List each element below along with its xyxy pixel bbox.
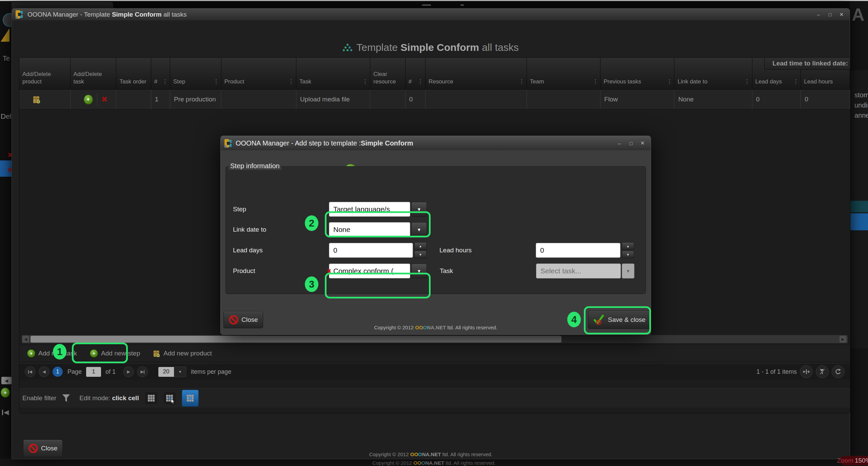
add-new-task-button[interactable]: + Add new task: [27, 349, 77, 357]
column-menu-icon[interactable]: ⋮: [162, 78, 167, 85]
fit-columns-button[interactable]: [800, 365, 813, 378]
current-page-button[interactable]: 1: [53, 367, 63, 377]
column-menu-icon[interactable]: ⋮: [362, 78, 368, 85]
background-copyright: Copyright © 2012 OOONA.NET ltd. All righ…: [0, 460, 868, 466]
plus-icon: +: [27, 349, 35, 357]
zoom-level-badge: Zoom 150%: [840, 456, 868, 465]
column-menu-icon[interactable]: ⋮: [288, 78, 294, 85]
cell-previous-tasks[interactable]: Flow: [600, 90, 674, 109]
column-header-number2[interactable]: #⋮: [406, 58, 426, 89]
highlight-rect-product-dropdown: [325, 273, 431, 298]
cell-link-date-to[interactable]: None: [674, 90, 752, 109]
pencil-icon: [1, 28, 9, 42]
cell-step[interactable]: Pre production: [170, 90, 221, 109]
column-header-clear-resource[interactable]: Clear resource: [370, 58, 405, 89]
add-new-product-button[interactable]: Add new product: [153, 349, 212, 357]
add-task-icon[interactable]: +: [84, 95, 93, 104]
scroll-right-button[interactable]: ▶: [840, 336, 846, 343]
lead-hours-spinner: ▲ ▼: [622, 242, 634, 258]
scrollbar-fragment: ◀: [1, 377, 12, 384]
edit-mode-cell-button[interactable]: [182, 390, 199, 407]
step-label: Step: [233, 206, 329, 213]
lead-days-input[interactable]: 0: [329, 243, 413, 258]
ooona-logo-icon: [15, 10, 23, 19]
horizontal-scrollbar[interactable]: ◀ ▶: [22, 335, 848, 343]
cell-lead-days[interactable]: 0: [752, 90, 801, 109]
dialog-titlebar[interactable]: OOONA Manager - Add step to template :Si…: [221, 136, 651, 150]
first-page-button[interactable]: ◀: [25, 366, 36, 377]
column-header-previous-tasks[interactable]: Previous tasks⋮: [600, 58, 674, 89]
scrollbar-thumb[interactable]: [31, 336, 561, 343]
maximize-button[interactable]: □: [825, 11, 835, 19]
column-header-add-delete-task[interactable]: Add/Delete task: [71, 58, 117, 89]
column-menu-icon[interactable]: ⋮: [519, 78, 524, 85]
delete-task-icon[interactable]: ✖: [101, 95, 108, 104]
spin-down-icon[interactable]: ▼: [414, 251, 427, 258]
column-menu-icon[interactable]: ⋮: [666, 78, 672, 85]
edit-mode-grid-button[interactable]: [145, 392, 157, 404]
page-size-select[interactable]: 20: [158, 367, 174, 377]
column-menu-icon[interactable]: ⋮: [744, 78, 750, 85]
column-header-task-order[interactable]: Task order: [116, 58, 151, 89]
scroll-left-button[interactable]: ◀: [22, 336, 29, 343]
grid-icon: [148, 395, 155, 402]
cell-lead-hours[interactable]: 0: [801, 90, 850, 109]
column-header-step[interactable]: Step⋮: [170, 58, 221, 89]
last-page-button[interactable]: ▶: [137, 366, 148, 377]
column-header-add-delete-product[interactable]: Add/Delete product: [19, 58, 71, 89]
edit-mode-cursor-button[interactable]: [163, 392, 176, 404]
table-row[interactable]: + ✖ 1 Pre production Upload media file 0…: [19, 90, 850, 110]
spin-up-icon[interactable]: ▲: [622, 242, 634, 250]
filter-off-icon: [819, 368, 826, 375]
cell-clear-resource[interactable]: [370, 90, 405, 109]
page-number-input[interactable]: 1: [86, 367, 101, 377]
column-menu-icon[interactable]: ⋮: [592, 78, 598, 85]
background-panel: stom undir anner: [850, 70, 868, 348]
refresh-button[interactable]: [832, 365, 845, 378]
annotation-step-3: 3: [305, 276, 318, 292]
add-step-dialog: OOONA Manager - Add step to template :Si…: [220, 136, 651, 335]
column-header-resource[interactable]: Resource⋮: [426, 58, 527, 89]
spin-up-icon[interactable]: ▲: [414, 242, 427, 250]
column-menu-icon[interactable]: ⋮: [417, 78, 423, 85]
cell-number[interactable]: 1: [151, 90, 170, 109]
group-legend: Step information: [229, 162, 281, 170]
page-size-caret-icon[interactable]: ▼: [174, 367, 186, 377]
column-header-team[interactable]: Team⋮: [527, 58, 600, 89]
lead-hours-input[interactable]: 0: [536, 243, 620, 258]
window-titlebar[interactable]: OOONA Manager - Template Simple Conform …: [12, 8, 850, 20]
grid-icon: [187, 395, 194, 402]
next-page-button[interactable]: ▶: [123, 366, 134, 377]
items-per-page-label: items per page: [191, 368, 231, 375]
enable-filter-label[interactable]: Enable filter: [22, 394, 56, 402]
top-divider-line: [0, 0, 868, 1]
lead-days-label: Lead days: [233, 247, 329, 254]
cell-team[interactable]: [527, 90, 600, 109]
cell-product[interactable]: [221, 90, 296, 109]
cell-task[interactable]: Upload media file: [296, 90, 370, 109]
package-add-icon[interactable]: [33, 95, 41, 104]
minimize-button[interactable]: –: [814, 11, 823, 19]
template-icon: [343, 43, 352, 52]
cell-resource[interactable]: [426, 90, 527, 109]
dialog-maximize-button[interactable]: □: [626, 139, 636, 147]
column-header-task[interactable]: Task⋮: [296, 58, 370, 89]
dialog-minimize-button[interactable]: –: [615, 139, 624, 147]
column-header-link-date-to[interactable]: Link date to⋮: [674, 58, 752, 89]
close-button[interactable]: ✕: [837, 11, 846, 19]
column-menu-icon[interactable]: ⋮: [213, 78, 219, 85]
spin-down-icon[interactable]: ▼: [622, 251, 634, 258]
column-header-product[interactable]: Product⋮: [221, 58, 296, 89]
highlight-rect-save-close: [584, 306, 651, 334]
grid-toolbar: + Add new task + Add new step Add new: [19, 345, 850, 361]
cell-task-order[interactable]: [116, 90, 151, 109]
filter-funnel-icon[interactable]: [61, 393, 71, 403]
column-header-number[interactable]: #⋮: [151, 58, 170, 89]
highlight-rect-step-dropdown: [325, 211, 431, 237]
prev-page-button[interactable]: ◀: [39, 366, 50, 377]
highlight-rect-add-new-step: [72, 343, 128, 363]
clear-filter-button[interactable]: [816, 365, 829, 378]
column-menu-icon[interactable]: ⋮: [793, 78, 798, 85]
dialog-close-button[interactable]: ✕: [638, 139, 647, 147]
cell-number2[interactable]: 0: [406, 90, 426, 109]
